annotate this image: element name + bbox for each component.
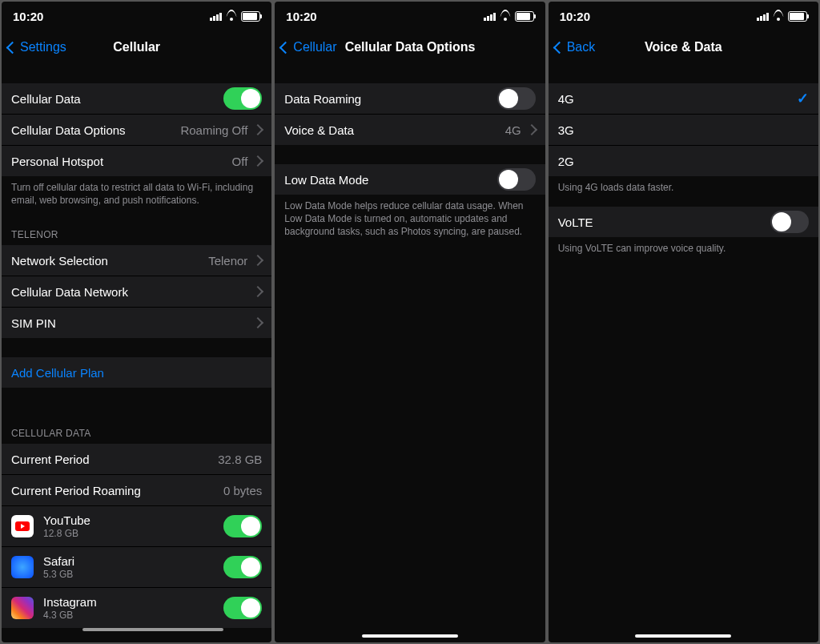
app-size: 5.3 GB: [43, 569, 74, 580]
network-selection-row[interactable]: Network Selection Telenor: [2, 245, 271, 276]
volte-toggle[interactable]: [770, 211, 809, 233]
chevron-right-icon: [252, 317, 263, 328]
option-4g-row[interactable]: 4G ✓: [549, 83, 818, 115]
row-value: Off: [232, 155, 248, 168]
cellular-data-row[interactable]: Cellular Data: [2, 83, 271, 115]
app-name: YouTube: [43, 513, 90, 528]
volte-row[interactable]: VoLTE: [549, 207, 818, 237]
row-label: SIM PIN: [11, 316, 56, 330]
row-label: Current Period Roaming: [11, 484, 141, 497]
status-bar: 10:20: [2, 2, 271, 30]
row-label: 2G: [558, 155, 574, 168]
row-value: 4G: [505, 123, 521, 137]
row-label: Low Data Mode: [284, 173, 368, 187]
app-size: 12.8 GB: [43, 528, 90, 539]
phone-cellular-data-options: 10:20 Cellular Cellular Data Options Dat…: [275, 2, 545, 642]
voice-data-row[interactable]: Voice & Data 4G: [275, 115, 545, 145]
app-data-toggle[interactable]: [223, 597, 262, 619]
row-label: Data Roaming: [284, 92, 361, 106]
phone-voice-and-data: 10:20 Back Voice & Data 4G ✓ 3G 2G: [549, 2, 818, 642]
row-value: Roaming Off: [180, 123, 247, 137]
cellular-data-toggle[interactable]: [223, 87, 262, 110]
battery-icon: [241, 11, 260, 22]
section-header: CELLULAR DATA: [2, 388, 271, 444]
nav-bar: Cellular Cellular Data Options: [275, 30, 545, 64]
row-value: Telenor: [208, 254, 247, 268]
row-label: Voice & Data: [284, 123, 354, 137]
row-label: Add Cellular Plan: [11, 366, 104, 380]
app-name: Safari: [43, 554, 74, 569]
row-label: 3G: [558, 123, 574, 137]
back-label: Settings: [20, 40, 66, 54]
current-period-roaming-row: Current Period Roaming 0 bytes: [2, 475, 271, 506]
app-name: Instagram: [43, 595, 97, 610]
app-data-toggle[interactable]: [223, 556, 262, 578]
content[interactable]: Data Roaming Voice & Data 4G Low Data Mo…: [275, 64, 545, 642]
row-value: 32.8 GB: [218, 453, 262, 466]
back-button[interactable]: Cellular: [281, 40, 336, 54]
section-header: TELENOR: [2, 215, 271, 245]
app-usage-row[interactable]: Safari 5.3 GB: [2, 547, 271, 588]
home-indicator[interactable]: [362, 634, 458, 638]
back-button[interactable]: Settings: [8, 40, 66, 54]
row-label: Cellular Data Network: [11, 285, 128, 299]
instagram-icon: [11, 597, 34, 619]
home-indicator[interactable]: [635, 634, 731, 638]
cellular-data-options-row[interactable]: Cellular Data Options Roaming Off: [2, 115, 271, 146]
option-3g-row[interactable]: 3G: [549, 115, 818, 146]
cellular-data-network-row[interactable]: Cellular Data Network: [2, 276, 271, 308]
row-label: Cellular Data Options: [11, 123, 126, 137]
back-button[interactable]: Back: [555, 40, 596, 54]
status-bar: 10:20: [549, 2, 818, 30]
personal-hotspot-row[interactable]: Personal Hotspot Off: [2, 146, 271, 176]
data-roaming-toggle[interactable]: [497, 87, 536, 110]
status-bar: 10:20: [275, 2, 545, 30]
chevron-left-icon: [553, 41, 565, 54]
row-label: 4G: [558, 92, 574, 106]
content[interactable]: Cellular Data Cellular Data Options Roam…: [2, 64, 271, 642]
section-footer: Turn off cellular data to restrict all d…: [2, 176, 271, 215]
phone-cellular: 10:20 Settings Cellular Cellular Data Ce…: [2, 2, 271, 642]
row-label: Network Selection: [11, 254, 108, 268]
status-time: 10:20: [286, 10, 316, 23]
section-footer: Using VoLTE can improve voice quality.: [549, 237, 818, 263]
back-label: Back: [567, 40, 596, 54]
content[interactable]: 4G ✓ 3G 2G Using 4G loads data faster. V…: [549, 64, 818, 642]
row-label: Cellular Data: [11, 92, 81, 106]
option-2g-row[interactable]: 2G: [549, 146, 818, 176]
row-label: Personal Hotspot: [11, 155, 103, 168]
chevron-right-icon: [252, 255, 263, 266]
nav-bar: Back Voice & Data: [549, 30, 818, 64]
signal-icon: [757, 12, 769, 21]
row-value: 0 bytes: [223, 484, 262, 497]
status-time: 10:20: [13, 10, 43, 23]
row-label: Current Period: [11, 453, 90, 466]
back-label: Cellular: [293, 40, 336, 54]
sim-pin-row[interactable]: SIM PIN: [2, 308, 271, 338]
battery-icon: [515, 11, 534, 22]
chevron-left-icon: [279, 41, 292, 54]
app-usage-row[interactable]: YouTube 12.8 GB: [2, 506, 271, 547]
status-time: 10:20: [560, 10, 590, 23]
wifi-icon: [225, 11, 238, 21]
app-size: 4.3 GB: [43, 610, 97, 621]
row-label: VoLTE: [558, 215, 593, 229]
low-data-mode-row[interactable]: Low Data Mode: [275, 164, 545, 195]
chevron-right-icon: [526, 124, 537, 135]
nav-bar: Settings Cellular: [2, 30, 271, 64]
app-usage-row[interactable]: Instagram 4.3 GB: [2, 588, 271, 628]
app-data-toggle[interactable]: [223, 515, 262, 537]
signal-icon: [484, 12, 496, 21]
chevron-right-icon: [252, 286, 263, 297]
current-period-row: Current Period 32.8 GB: [2, 444, 271, 475]
chevron-right-icon: [252, 155, 263, 167]
section-footer: Using 4G loads data faster.: [549, 176, 818, 202]
safari-icon: [11, 556, 34, 578]
data-roaming-row[interactable]: Data Roaming: [275, 83, 545, 115]
youtube-icon: [11, 515, 34, 537]
add-cellular-plan-row[interactable]: Add Cellular Plan: [2, 357, 271, 388]
battery-icon: [788, 11, 807, 22]
scrollbar[interactable]: [82, 628, 223, 631]
section-footer: Low Data Mode helps reduce cellular data…: [275, 195, 545, 247]
low-data-mode-toggle[interactable]: [497, 168, 536, 191]
